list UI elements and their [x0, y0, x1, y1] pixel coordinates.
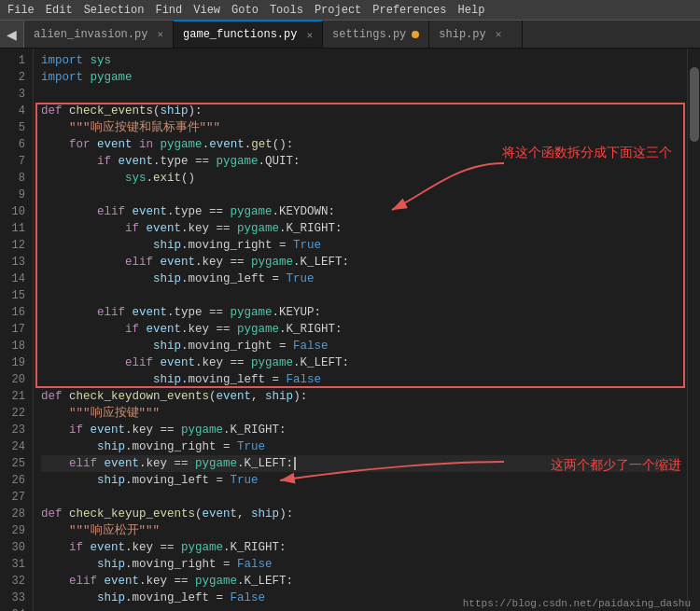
code-line-19: elif event.key == pygame.K_LEFT: [41, 354, 679, 371]
menu-item-file[interactable]: File [7, 4, 35, 17]
code-line-21: def check_keydown_events(event, ship): [41, 388, 679, 405]
menu-item-tools[interactable]: Tools [270, 4, 303, 17]
code-line-2: import pygame [41, 69, 679, 86]
menu-item-project[interactable]: Project [315, 4, 361, 17]
code-line-17: if event.key == pygame.K_RIGHT: [41, 321, 679, 338]
code-line-8: sys.exit() [41, 170, 679, 187]
code-line-20: ship.moving_left = False [41, 371, 679, 388]
tab-alien-invasion[interactable]: alien_invasion.py ✕ [24, 21, 174, 48]
code-line-1: import sys [41, 52, 679, 69]
code-line-12: ship.moving_right = True [41, 237, 679, 254]
code-line-5: """响应按键和鼠标事件""" [41, 119, 679, 136]
code-line-4: def check_events(ship): [41, 103, 679, 119]
code-content[interactable]: import sysimport pygame def check_events… [34, 49, 687, 611]
tab-game-functions[interactable]: game_functions.py ✕ [174, 21, 323, 48]
menu-item-edit[interactable]: Edit [46, 4, 73, 17]
code-line-15 [41, 287, 679, 304]
menu-item-find[interactable]: Find [155, 4, 182, 17]
code-line-27 [41, 489, 679, 506]
tab-ship-close[interactable]: ✕ [496, 28, 502, 40]
tab-settings[interactable]: settings.py [323, 21, 429, 48]
code-line-26: ship.moving_left = True [41, 472, 679, 489]
code-line-10: elif event.type == pygame.KEYDOWN: [41, 203, 679, 220]
editor-area: 1234567891011121314151617181920212223242… [0, 49, 700, 611]
code-line-22: """响应按键""" [41, 405, 679, 422]
code-line-30: if event.key == pygame.K_RIGHT: [41, 539, 679, 556]
code-line-13: elif event.key == pygame.K_LEFT: [41, 254, 679, 271]
tab-nav-prev[interactable]: ◀ [0, 21, 24, 48]
code-line-31: ship.moving_right = False [41, 556, 679, 573]
code-line-6: for event in pygame.event.get(): [41, 136, 679, 153]
code-line-32: elif event.key == pygame.K_LEFT: [41, 573, 679, 590]
code-line-28: def check_keyup_events(event, ship): [41, 506, 679, 522]
code-line-18: ship.moving_right = False [41, 338, 679, 354]
tab-game-functions-label: game_functions.py [183, 28, 297, 41]
code-line-29: """响应松开""" [41, 522, 679, 539]
scrollbar-thumb[interactable] [690, 67, 699, 142]
tab-alien-invasion-close[interactable]: ✕ [157, 28, 163, 40]
code-line-7: if event.type == pygame.QUIT: [41, 153, 679, 170]
menu-item-help[interactable]: Help [458, 4, 485, 17]
tab-bar: ◀ alien_invasion.py ✕ game_functions.py … [0, 21, 700, 49]
tab-ship[interactable]: ship.py ✕ [429, 21, 523, 48]
code-line-14: ship.moving_left = True [41, 271, 679, 287]
menu-item-selection[interactable]: Selection [84, 4, 145, 17]
menu-bar: File Edit Selection Find View Goto Tools… [0, 0, 700, 21]
code-line-3 [41, 86, 679, 103]
tab-ship-label: ship.py [439, 28, 485, 41]
code-line-23: if event.key == pygame.K_RIGHT: [41, 422, 679, 438]
footer-url: https://blog.csdn.net/paidaxing_dashu [463, 598, 691, 609]
code-line-9 [41, 187, 679, 203]
code-line-24: ship.moving_right = True [41, 438, 679, 455]
code-line-11: if event.key == pygame.K_RIGHT: [41, 220, 679, 237]
main-area: 1234567891011121314151617181920212223242… [0, 49, 700, 611]
menu-item-preferences[interactable]: Preferences [372, 4, 446, 17]
tab-settings-modified-dot [412, 31, 419, 38]
tab-alien-invasion-label: alien_invasion.py [34, 28, 147, 41]
code-line-16: elif event.type == pygame.KEYUP: [41, 304, 679, 321]
menu-item-goto[interactable]: Goto [231, 4, 259, 17]
text-cursor [294, 457, 296, 470]
scrollbar[interactable] [687, 49, 700, 611]
tab-settings-label: settings.py [332, 28, 406, 41]
code-line-25: elif event.key == pygame.K_LEFT: [41, 455, 679, 472]
tab-game-functions-close[interactable]: ✕ [306, 29, 313, 41]
line-numbers: 1234567891011121314151617181920212223242… [0, 49, 34, 611]
menu-item-view[interactable]: View [193, 4, 220, 17]
